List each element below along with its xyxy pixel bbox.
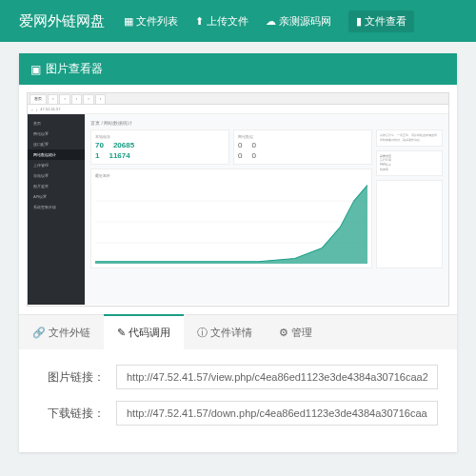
dl-link-label: 下载链接：: [38, 406, 105, 422]
top-nav: 爱网外链网盘 ▦文件列表 ⬆上传文件 ☁亲测源码网 ▮文件查看: [0, 0, 476, 42]
area-chart: [95, 180, 367, 264]
preview-area: 首页 ▫ ▫ ▫ ▫ ▫ ‹ › 47.52.41.57 首页 网站设置: [19, 85, 457, 314]
info-box: 系统运行中，一切正常。请定期检查存储空间和数据备份情况，确保服务稳定。: [376, 129, 443, 147]
browser-tab: ▫: [59, 94, 69, 104]
ss-nav-item: 接口配置: [28, 139, 85, 149]
nav-file-list[interactable]: ▦文件列表: [124, 14, 178, 29]
nav-file-view[interactable]: ▮文件查看: [348, 10, 414, 32]
url-text: 47.52.41.57: [40, 107, 60, 111]
stat-card: 本地储存 7020685 111674: [90, 129, 229, 165]
forward-icon: ›: [36, 107, 38, 112]
link-icon: 🔗: [32, 327, 46, 339]
gear-icon: ⚙: [279, 327, 288, 339]
file-icon: ▮: [356, 15, 362, 28]
tab-file-detail[interactable]: ⓘ文件详情: [184, 315, 266, 349]
ss-nav-item: 上传管理: [28, 160, 85, 170]
nav-source[interactable]: ☁亲测源码网: [266, 14, 331, 29]
tab-content: 图片链接： 下载链接：: [19, 349, 457, 452]
ss-nav-item: 存储设置: [28, 170, 85, 181]
list-icon: ▦: [124, 15, 133, 28]
tab-file-link[interactable]: 🔗文件外链: [19, 315, 104, 349]
chart-container: 最近30天: [90, 169, 372, 268]
footer: Copyright © 2020 爱网外链网盘: [0, 464, 476, 476]
panel-header: ▣ 图片查看器: [19, 53, 457, 85]
browser-tab: ▫: [48, 94, 58, 104]
tab-code-usage[interactable]: ✎代码调用: [104, 314, 184, 349]
browser-tab: ▫: [83, 94, 93, 104]
ss-sidebar: 首页 网站设置 接口配置 网站数据统计 上传管理 存储设置 图片鉴黄 API设置…: [28, 114, 85, 305]
ss-breadcrumb: 首页 / 网站数据统计: [90, 120, 443, 126]
ss-nav-item: 系统更新升级: [28, 202, 85, 212]
ss-nav-item: 图片鉴黄: [28, 181, 85, 191]
ss-main: 首页 / 网站数据统计 本地储存 7020685 111674: [85, 114, 448, 305]
cloud-icon: ☁: [266, 15, 276, 28]
back-icon: ‹: [31, 107, 33, 112]
main-panel: ▣ 图片查看器 首页 ▫ ▫ ▫ ▫ ▫ ‹ › 47.52.41.57: [19, 53, 457, 452]
browser-addressbar: ‹ › 47.52.41.57: [28, 105, 448, 114]
browser-tab: ▫: [95, 94, 106, 104]
ss-nav-item: 首页: [28, 118, 85, 129]
upload-icon: ⬆: [195, 15, 204, 28]
info-box: 系统信息 运行环境 PHP版本 数据库: [376, 150, 443, 176]
info-box: [376, 180, 443, 268]
browser-tab: 首页: [30, 94, 47, 104]
nav-upload[interactable]: ⬆上传文件: [195, 14, 248, 29]
img-link-label: 图片链接：: [38, 369, 105, 386]
embedded-screenshot: 首页 ▫ ▫ ▫ ▫ ▫ ‹ › 47.52.41.57 首页 网站设置: [27, 92, 449, 307]
ss-nav-item: 网站设置: [28, 129, 85, 139]
browser-tabs: 首页 ▫ ▫ ▫ ▫ ▫: [28, 93, 448, 105]
info-icon: ⓘ: [197, 326, 208, 340]
tab-manage[interactable]: ⚙管理: [266, 315, 326, 349]
panel-title: 图片查看器: [46, 61, 103, 77]
ss-nav-item: 网站数据统计: [28, 149, 85, 160]
img-link-input[interactable]: [116, 365, 438, 389]
dl-link-input[interactable]: [116, 401, 438, 426]
ss-nav-item: API设置: [28, 191, 85, 202]
stat-card: 网站数据 00 00: [233, 129, 372, 165]
browser-tab: ▫: [71, 94, 82, 104]
image-icon: ▣: [30, 63, 41, 76]
tab-bar: 🔗文件外链 ✎代码调用 ⓘ文件详情 ⚙管理: [19, 314, 457, 349]
brand[interactable]: 爱网外链网盘: [19, 12, 105, 30]
code-icon: ✎: [117, 327, 126, 339]
